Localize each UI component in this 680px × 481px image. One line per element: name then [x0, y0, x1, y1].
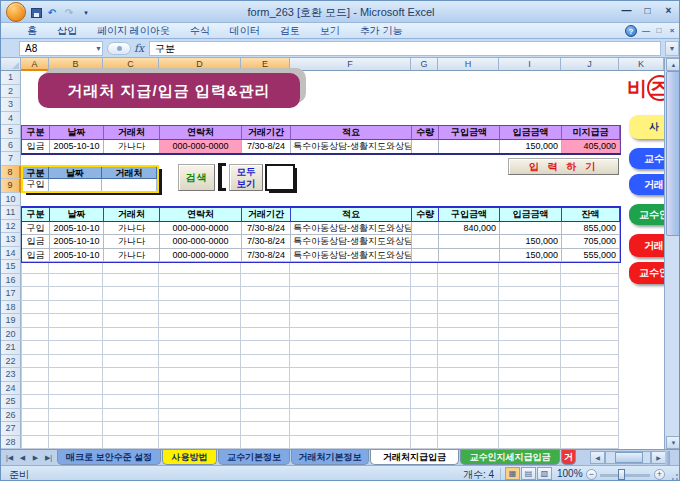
ledger-cell[interactable]: 가나다 [104, 222, 160, 236]
grid-cell[interactable] [290, 368, 411, 382]
grid-cell[interactable] [499, 341, 561, 355]
grid-cell[interactable] [21, 422, 49, 436]
minimize-button[interactable]: — [619, 4, 634, 18]
ledger-cell[interactable]: 2005-10-10 [50, 222, 104, 236]
grid-cell[interactable] [561, 287, 619, 301]
grid-cell[interactable] [438, 341, 499, 355]
grid-cell[interactable] [561, 341, 619, 355]
grid-cell[interactable] [290, 274, 411, 288]
zoom-in-icon[interactable]: + [654, 469, 665, 480]
ribbon-tab-1[interactable]: 홈 [17, 23, 47, 39]
payment-cell[interactable]: 2005-10-10 [50, 140, 104, 154]
redo-icon[interactable]: ↷ [62, 6, 76, 19]
row-header-12[interactable]: 12 [1, 220, 21, 234]
column-header-I[interactable]: I [499, 58, 561, 71]
name-box-dropdown-icon[interactable]: ▼ [93, 41, 104, 56]
grid-cell[interactable] [438, 314, 499, 328]
ledger-cell[interactable] [439, 235, 500, 249]
row-header-21[interactable]: 21 [1, 341, 21, 355]
grid-cell[interactable] [241, 328, 290, 342]
ledger-cell[interactable] [439, 249, 500, 263]
grid-cell[interactable] [21, 328, 49, 342]
grid-cell[interactable] [49, 395, 103, 409]
horizontal-scroll-track[interactable] [605, 451, 651, 464]
grid-cell[interactable] [159, 341, 241, 355]
ledger-cell[interactable]: 855,000 [562, 222, 620, 236]
grid-cell[interactable] [438, 328, 499, 342]
grid-cell[interactable] [49, 409, 103, 423]
grid-cell[interactable] [241, 395, 290, 409]
side-nav-button-6[interactable]: 교수인 [629, 262, 664, 284]
row-header-13[interactable]: 13 [1, 233, 21, 247]
submit-entry-button[interactable]: 입 력 하 기 [508, 158, 619, 175]
grid-cell[interactable] [438, 382, 499, 396]
grid-cell[interactable] [159, 368, 241, 382]
sheet-tab-6[interactable]: 교수인지세지급입금 [460, 450, 560, 465]
grid-cell[interactable] [241, 422, 290, 436]
grid-cell[interactable] [411, 301, 438, 315]
grid-cell[interactable] [159, 395, 241, 409]
side-nav-button-2[interactable]: 교수 [629, 148, 664, 169]
grid-cell[interactable] [438, 355, 499, 369]
grid-cell[interactable] [241, 274, 290, 288]
grid-cell[interactable] [21, 368, 49, 382]
maximize-button[interactable]: □ [640, 4, 655, 18]
grid-cell[interactable] [499, 409, 561, 423]
grid-cell[interactable] [159, 274, 241, 288]
grid-cell[interactable] [290, 409, 411, 423]
grid-cell[interactable] [49, 422, 103, 436]
payment-cell[interactable]: 특수아동상담-생활지도와상담 [291, 140, 412, 154]
sheet-tab-3[interactable]: 교수기본정보 [218, 450, 290, 465]
grid-cell[interactable] [411, 409, 438, 423]
grid-cell[interactable] [290, 341, 411, 355]
ledger-cell[interactable]: 2005-10-10 [50, 235, 104, 249]
grid-cell[interactable] [290, 382, 411, 396]
sheet-tab-4[interactable]: 거래처기본정보 [291, 450, 369, 465]
payment-cell[interactable]: 7/30-8/24 [242, 140, 291, 154]
scroll-down-icon[interactable]: ▼ [666, 436, 680, 449]
grid-cell[interactable] [159, 382, 241, 396]
grid-cell[interactable] [438, 422, 499, 436]
grid-cell[interactable] [499, 355, 561, 369]
grid-cell[interactable] [561, 355, 619, 369]
ribbon-tab-8[interactable]: 추가 기능 [350, 23, 413, 39]
office-button-icon[interactable] [6, 2, 26, 22]
grid-cell[interactable] [241, 341, 290, 355]
grid-cell[interactable] [499, 287, 561, 301]
grid-cell[interactable] [159, 355, 241, 369]
workbook-close-button[interactable]: × [667, 25, 677, 37]
ledger-cell[interactable]: 7/30-8/24 [242, 249, 291, 263]
grid-cell[interactable] [561, 314, 619, 328]
grid-cell[interactable] [438, 395, 499, 409]
ledger-cell[interactable]: 입금 [22, 249, 50, 263]
grid-cell[interactable] [411, 395, 438, 409]
grid-cell[interactable] [103, 436, 159, 450]
sheet-tab-2[interactable]: 사용방법 [162, 450, 217, 465]
grid-cell[interactable] [21, 341, 49, 355]
ledger-cell[interactable]: 705,000 [562, 235, 620, 249]
ledger-cell[interactable]: 가나다 [104, 249, 160, 263]
result-box[interactable] [265, 164, 295, 191]
grid-cell[interactable] [21, 395, 49, 409]
ledger-cell[interactable] [412, 235, 439, 249]
show-all-button[interactable]: 모두 보기 [229, 164, 263, 191]
grid-cell[interactable] [438, 287, 499, 301]
ledger-cell[interactable] [412, 222, 439, 236]
workbook-restore-button[interactable]: □ [654, 25, 664, 37]
zoom-slider-thumb[interactable] [618, 469, 625, 480]
grid-cell[interactable] [411, 328, 438, 342]
grid-cell[interactable] [103, 274, 159, 288]
grid-cell[interactable] [561, 422, 619, 436]
grid-cell[interactable] [159, 436, 241, 450]
ledger-cell[interactable]: 특수아동상담-생활지도와상담 [291, 235, 412, 249]
search-value-cell[interactable] [49, 179, 102, 191]
grid-cell[interactable] [21, 382, 49, 396]
side-nav-button-5[interactable]: 거래 [629, 234, 664, 257]
grid-cell[interactable] [21, 274, 49, 288]
grid-cell[interactable] [290, 355, 411, 369]
sheet-tab-5[interactable]: 거래처지급입금 [370, 450, 459, 465]
column-header-F[interactable]: F [290, 58, 411, 71]
grid-cell[interactable] [159, 422, 241, 436]
grid-cell[interactable] [21, 409, 49, 423]
ledger-cell[interactable]: 입금 [22, 235, 50, 249]
